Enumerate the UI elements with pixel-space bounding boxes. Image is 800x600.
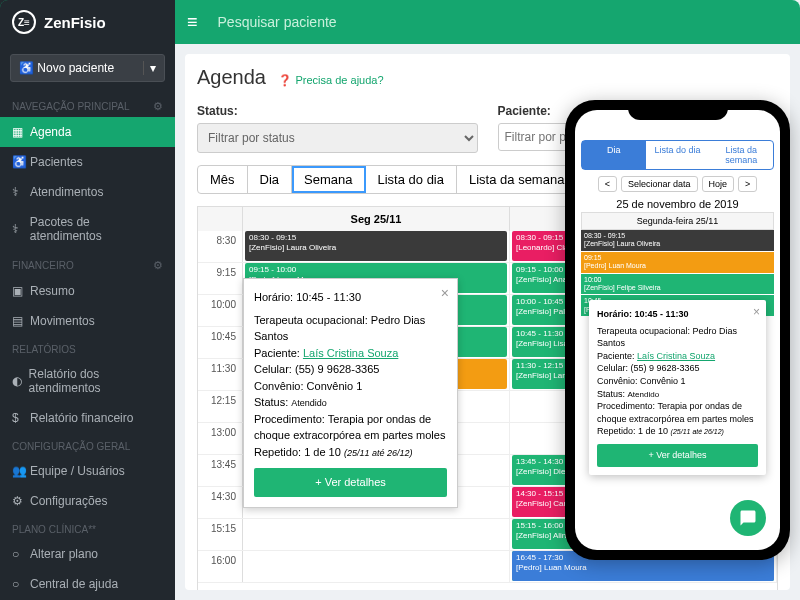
tab-lista-dia[interactable]: Lista do dia (366, 166, 458, 193)
app-header: Z≡ ZenFisio ≡ Pesquisar paciente (0, 0, 800, 44)
help-icon: ○ (12, 577, 30, 591)
logo: Z≡ ZenFisio (0, 0, 175, 44)
details-button[interactable]: + Ver detalhes (254, 468, 447, 497)
nav-section-main: NAVEGAÇÃO PRINCIPAL⚙ (0, 92, 175, 117)
phone-view-tabs: Dia Lista do dia Lista da semana (581, 140, 774, 170)
package-icon: ⚕ (12, 222, 30, 236)
menu-toggle-icon[interactable]: ≡ (175, 12, 210, 33)
phone-details-button[interactable]: + Ver detalhes (597, 444, 758, 467)
sidebar-item-movimentos[interactable]: ▤Movimentos (0, 306, 175, 336)
sidebar-item-resumo[interactable]: ▣Resumo (0, 276, 175, 306)
stethoscope-icon: ⚕ (12, 185, 30, 199)
sidebar-item-config[interactable]: ⚙Configurações (0, 486, 175, 516)
dollar-icon: $ (12, 411, 30, 425)
status-label: Status: (197, 104, 238, 118)
phone-event[interactable]: 10:00[ZenFisio] Felipe Silveira (581, 274, 774, 295)
new-patient-button[interactable]: ♿ Novo paciente ▾ (10, 54, 165, 82)
new-patient-label: Novo paciente (37, 61, 114, 75)
tab-mes[interactable]: Mês (198, 166, 248, 193)
sidebar-item-central[interactable]: ○Central de ajuda (0, 569, 175, 599)
close-icon[interactable]: × (441, 283, 449, 304)
appointment-popover: × Horário: 10:45 - 11:30 Terapeuta ocupa… (243, 278, 458, 508)
phone-day-header: Segunda-feira 25/11 (581, 212, 774, 230)
nav-section-financeiro: FINANCEIRO⚙ (0, 251, 175, 276)
phone-today-button[interactable]: Hoje (702, 176, 735, 192)
nav-section-plano: PLANO CLÍNICA** (0, 516, 175, 539)
phone-select-date[interactable]: Selecionar data (621, 176, 698, 192)
chart-icon: ◐ (12, 374, 29, 388)
phone-tab-lista-semana[interactable]: Lista da semana (709, 141, 773, 169)
sidebar-item-alterar[interactable]: ○Alterar plano (0, 539, 175, 569)
gear-icon[interactable]: ⚙ (153, 100, 163, 113)
phone-popover: × Horário: 10:45 - 11:30 Terapeuta ocupa… (589, 300, 766, 475)
nav-section-relatorios: RELATÓRIOS (0, 336, 175, 359)
phone-date: 25 de novembro de 2019 (575, 196, 780, 212)
sidebar: ♿ Novo paciente ▾ NAVEGAÇÃO PRINCIPAL⚙ ▦… (0, 0, 175, 600)
phone-mockup: Dia Lista do dia Lista da semana < Selec… (565, 100, 790, 560)
calendar-event[interactable]: 08:30 - 09:15[ZenFisio] Laura Oliveira (245, 231, 507, 261)
chevron-down-icon[interactable]: ▾ (143, 61, 156, 75)
document-icon: ▤ (12, 314, 30, 328)
gear-icon[interactable]: ⚙ (153, 259, 163, 272)
money-icon: ▣ (12, 284, 30, 298)
sidebar-item-pacotes[interactable]: ⚕Pacotes de atendimentos (0, 207, 175, 251)
calendar-icon: ▦ (12, 125, 30, 139)
sidebar-item-pacientes[interactable]: ♿Pacientes (0, 147, 175, 177)
day-header-mon: Seg 25/11 (243, 207, 510, 231)
help-link[interactable]: ❓ Precisa de ajuda? (278, 74, 383, 86)
phone-event[interactable]: 08:30 - 09:15[ZenFisio] Laura Oliveira (581, 230, 774, 251)
sidebar-item-equipe[interactable]: 👥Equipe / Usuários (0, 456, 175, 486)
status-filter[interactable]: Filtrar por status (197, 123, 478, 153)
sidebar-item-atendimentos[interactable]: ⚕Atendimentos (0, 177, 175, 207)
phone-next-button[interactable]: > (738, 176, 757, 192)
phone-patient-link[interactable]: Laís Cristina Souza (637, 351, 715, 361)
close-icon[interactable]: × (753, 304, 760, 321)
circle-icon: ○ (12, 547, 30, 561)
wheelchair-icon: ♿ (12, 155, 30, 169)
gear-icon: ⚙ (12, 494, 30, 508)
view-tabs: Mês Dia Semana Lista do dia Lista da sem… (197, 165, 577, 194)
sidebar-item-rel-atend[interactable]: ◐Relatório dos atendimentos (0, 359, 175, 403)
tab-lista-semana[interactable]: Lista da semana (457, 166, 576, 193)
chat-icon[interactable] (730, 500, 766, 536)
logo-icon: Z≡ (12, 10, 36, 34)
tab-semana[interactable]: Semana (292, 166, 365, 193)
search-input[interactable]: Pesquisar paciente (210, 14, 800, 30)
sidebar-item-agenda[interactable]: ▦Agenda (0, 117, 175, 147)
brand-name: ZenFisio (44, 14, 106, 31)
phone-tab-lista-dia[interactable]: Lista do dia (646, 141, 710, 169)
phone-tab-dia[interactable]: Dia (582, 141, 646, 169)
users-icon: 👥 (12, 464, 30, 478)
tab-dia[interactable]: Dia (248, 166, 293, 193)
page-title: Agenda (197, 66, 266, 89)
phone-event[interactable]: 09:15[Pedro] Luan Moura (581, 252, 774, 273)
sidebar-item-rel-fin[interactable]: $Relatório financeiro (0, 403, 175, 433)
paciente-label: Paciente: (498, 104, 551, 118)
phone-prev-button[interactable]: < (598, 176, 617, 192)
nav-section-config: CONFIGURAÇÃO GERAL (0, 433, 175, 456)
patient-link[interactable]: Laís Cristina Souza (303, 347, 398, 359)
